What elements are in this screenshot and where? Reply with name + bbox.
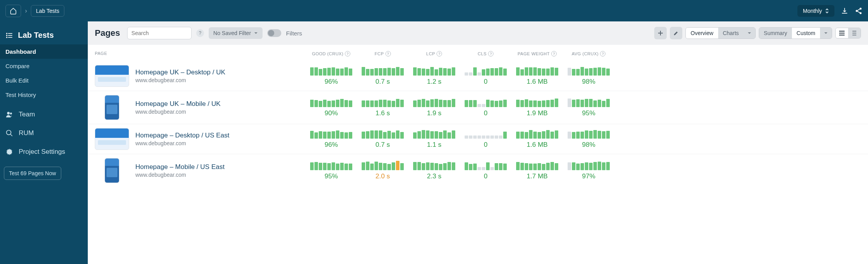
column-label: GOOD (CRUX) (312, 51, 344, 56)
table-row[interactable]: Homepage – Desktop / US East www.debugbe… (88, 124, 868, 154)
mode-dropdown[interactable] (820, 28, 832, 39)
team-icon (5, 111, 13, 118)
metric-lcp-value: 1.1 s (408, 141, 460, 149)
tab-label: Charts (723, 30, 739, 36)
metric-good-value: 95% (305, 172, 357, 180)
sparkline (460, 129, 511, 139)
pages-title: Pages (95, 28, 120, 38)
metric-avg-value: 95% (563, 109, 614, 117)
updown-icon (825, 8, 829, 14)
sidebar-item-rum[interactable]: RUM (0, 124, 88, 143)
sparkline (357, 129, 408, 139)
help-icon[interactable]: ? (196, 29, 204, 37)
breadcrumb-separator: › (25, 7, 27, 14)
page-url: www.debugbear.com (135, 172, 225, 178)
metric-good-value: 96% (305, 141, 357, 149)
column-label: LCP (426, 51, 435, 56)
metric-lcp-value: 1.2 s (408, 78, 460, 86)
tab-label: Summary (764, 30, 787, 36)
help-icon[interactable]: ? (551, 51, 557, 56)
menu-padded-icon (851, 30, 857, 36)
sidebar-item-label: Bulk Edit (5, 77, 28, 84)
metric-avg-value: 97% (563, 172, 614, 180)
view-overview-tab[interactable]: Overview (686, 28, 718, 39)
page-thumbnail (105, 95, 119, 120)
filters-toggle[interactable] (267, 29, 281, 37)
column-lcp[interactable]: LCP? (408, 51, 460, 56)
sidebar-item-dashboard[interactable]: Dashboard (0, 44, 88, 59)
help-icon[interactable]: ? (345, 51, 350, 56)
metric-avg-value: 98% (563, 78, 614, 86)
sparkline (563, 66, 614, 76)
add-button[interactable] (654, 27, 667, 39)
help-icon[interactable]: ? (600, 51, 605, 56)
svg-point-6 (7, 33, 7, 34)
metric-weight-value: 1.6 MB (511, 78, 563, 86)
sparkline (563, 161, 614, 170)
sidebar-item-label: RUM (19, 129, 34, 137)
column-page: PAGE (95, 51, 305, 56)
breadcrumb-current[interactable]: Lab Tests (31, 5, 64, 17)
metric-cls-value: 0 (460, 172, 511, 180)
column-good[interactable]: GOOD (CRUX)? (305, 51, 357, 56)
table-row[interactable]: Homepage UK – Mobile / UK www.debugbear.… (88, 91, 868, 124)
metric-cls-value: 0 (460, 78, 511, 86)
help-icon[interactable]: ? (437, 51, 442, 56)
sidebar-title-label: Lab Tests (18, 31, 54, 40)
mode-custom-tab[interactable]: Custom (792, 28, 820, 39)
page-url: www.debugbear.com (135, 140, 229, 146)
magnify-icon (5, 129, 13, 137)
table-row[interactable]: Homepage UK – Desktop / UK www.debugbear… (88, 61, 868, 91)
column-avg[interactable]: AVG (CRUX)? (563, 51, 614, 56)
mode-summary-tab[interactable]: Summary (759, 28, 792, 39)
search-input[interactable] (127, 27, 192, 39)
help-icon[interactable]: ? (385, 51, 391, 56)
metric-avg-value: 98% (563, 141, 614, 149)
sidebar-item-test-history[interactable]: Test History (0, 88, 88, 102)
sparkline (511, 129, 563, 139)
svg-point-9 (7, 112, 10, 114)
sparkline (357, 161, 408, 170)
sparkline (408, 66, 460, 76)
page-name: Homepage UK – Mobile / UK (135, 100, 220, 108)
sidebar-item-compare[interactable]: Compare (0, 59, 88, 73)
download-icon[interactable] (841, 7, 848, 15)
test-pages-now-button[interactable]: Test 69 Pages Now (4, 167, 61, 180)
page-thumbnail (95, 128, 129, 150)
pencil-icon (673, 30, 679, 36)
page-url: www.debugbear.com (135, 77, 225, 83)
help-icon[interactable]: ? (488, 51, 493, 56)
chevron-down-icon (254, 32, 258, 35)
saved-filter-dropdown[interactable]: No Saved Filter (209, 27, 263, 39)
sparkline (460, 161, 511, 170)
layout-grid-button[interactable] (848, 28, 861, 38)
layout-list-button[interactable] (836, 28, 848, 38)
list-icon (5, 32, 13, 39)
period-selector[interactable]: Monthly (797, 5, 834, 17)
metric-weight-value: 1.7 MB (511, 172, 563, 180)
table-row[interactable]: Homepage – Mobile / US East www.debugbea… (88, 154, 868, 187)
sidebar-item-project-settings[interactable]: Project Settings (0, 143, 88, 161)
sparkline (305, 98, 357, 107)
view-charts-tab[interactable]: Charts (718, 28, 744, 39)
sidebar-item-team[interactable]: Team (0, 105, 88, 124)
view-dropdown[interactable] (744, 28, 755, 39)
sparkline (408, 129, 460, 139)
column-page-weight[interactable]: PAGE WEIGHT? (511, 51, 563, 56)
edit-button[interactable] (670, 27, 682, 39)
column-cls[interactable]: CLS? (460, 51, 511, 56)
share-icon[interactable] (855, 7, 863, 15)
breadcrumb-label: Lab Tests (36, 8, 59, 14)
sparkline (357, 98, 408, 107)
test-now-label: Test 69 Pages Now (9, 170, 56, 176)
plus-icon (658, 30, 663, 36)
column-fcp[interactable]: FCP? (357, 51, 408, 56)
sidebar-item-bulk-edit[interactable]: Bulk Edit (0, 73, 88, 88)
chevron-down-icon (824, 32, 828, 35)
page-name: Homepage – Desktop / US East (135, 132, 229, 139)
metric-fcp-value: 0.7 s (357, 78, 408, 86)
sparkline (305, 66, 357, 76)
column-label: PAGE WEIGHT (518, 51, 550, 56)
home-button[interactable] (5, 5, 21, 17)
column-label: AVG (CRUX) (572, 51, 599, 56)
